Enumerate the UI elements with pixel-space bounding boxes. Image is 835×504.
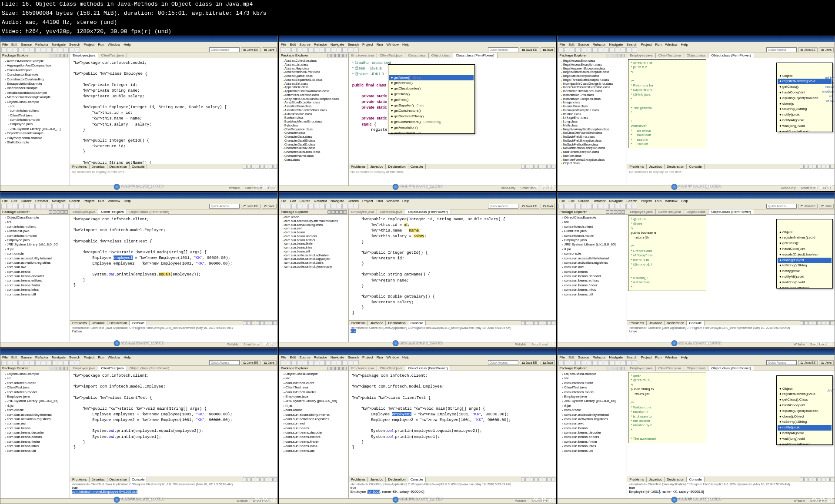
menu-run[interactable]: Run (98, 43, 104, 46)
class-entry[interactable]: Object.class (558, 162, 626, 166)
class-entry[interactable]: IncompatibleClassChangeError.class (558, 82, 626, 86)
toolbar-button[interactable] (570, 47, 575, 53)
tree-node[interactable]: JRE System Library [jdk1.8.0_65] (1, 242, 69, 247)
menu-help[interactable]: Help (402, 199, 409, 203)
toolbar-button[interactable] (52, 360, 57, 365)
class-entry[interactable]: Iterable.class (558, 113, 626, 116)
tree-node[interactable]: AggregationAndComposition (1, 63, 69, 68)
tree-node[interactable]: com.sun.awt (280, 421, 347, 426)
tab-problems[interactable]: Problems (70, 164, 90, 169)
toolbar-button[interactable] (291, 360, 297, 365)
class-entry[interactable]: InternalError.class (558, 105, 626, 109)
project-tree[interactable]: ObjectClassExamplesrccom.infotech.client… (558, 215, 627, 342)
perspective-javaee[interactable]: 🗀 Java EE (798, 204, 818, 209)
tab-problems[interactable]: Problems (627, 164, 647, 169)
link-editor-icon[interactable] (331, 210, 335, 214)
console-toolbar-button[interactable] (256, 477, 260, 481)
toolbar-button[interactable] (598, 47, 603, 53)
console-toolbar-button[interactable] (547, 165, 551, 169)
console-toolbar-button[interactable] (521, 321, 525, 325)
collapse-all-icon[interactable] (49, 54, 52, 57)
toolbar-button[interactable] (320, 360, 325, 365)
class-entry[interactable]: AbstractQueue.class (280, 74, 347, 78)
tree-node[interactable]: StaticExample (1, 140, 69, 145)
toolbar-button[interactable] (581, 47, 586, 53)
tab-problems[interactable]: Problems (627, 321, 647, 325)
tab-javadoc[interactable]: Javadoc (647, 321, 665, 325)
class-entry[interactable]: Integer.class (558, 101, 626, 105)
toolbar-button[interactable] (291, 204, 297, 209)
toolbar-button[interactable] (13, 360, 18, 365)
perspective-java[interactable]: 🗀 Java (541, 47, 555, 52)
tree-node[interactable]: Employee.java (558, 395, 626, 399)
console-toolbar-button[interactable] (534, 477, 538, 481)
perspective-javaee[interactable]: 🗀 Java EE (798, 47, 818, 52)
quick-access-input[interactable] (488, 204, 518, 209)
menu-project[interactable]: Project (84, 43, 94, 46)
toolbar-button[interactable] (303, 47, 308, 53)
editor-tab[interactable]: ClientTest.java (377, 366, 405, 371)
tree-node[interactable]: com.sun.activation.registries (558, 261, 626, 265)
toolbar-button[interactable] (58, 204, 63, 209)
menu-search[interactable]: Search (348, 355, 359, 359)
toolbar-button[interactable] (69, 204, 74, 209)
code-editor[interactable]: "kw">package com.infotech.client; "kw">i… (70, 215, 277, 320)
tree-node[interactable]: com.sun.beans (280, 426, 347, 431)
toolbar-button[interactable] (75, 47, 80, 53)
menu-edit[interactable]: Edit (568, 355, 574, 359)
tree-node[interactable]: com.sun.beans.finder (558, 440, 626, 444)
tree-node[interactable]: com.oracle (1, 252, 69, 256)
tree-node[interactable]: PolymorphismExample (1, 136, 69, 140)
editor-tab[interactable]: Class.class (405, 53, 428, 58)
link-editor-icon[interactable] (53, 367, 56, 370)
menu-window[interactable]: Window (386, 43, 398, 46)
console-toolbar-button[interactable] (521, 477, 525, 481)
toolbar-button[interactable] (58, 360, 63, 365)
package-explorer-tab[interactable]: Package Explorer (0, 209, 70, 215)
menu-window[interactable]: Window (665, 43, 677, 46)
tree-node[interactable]: com.sun.accessibility.internal (1, 256, 69, 261)
class-entry[interactable]: IllegalArgumentException.class (558, 67, 626, 71)
console-toolbar-button[interactable] (534, 165, 538, 169)
toolbar-button[interactable] (337, 360, 342, 365)
class-entry[interactable]: ArithmeticException.class (280, 93, 347, 97)
console-toolbar-button[interactable] (273, 321, 277, 325)
console-toolbar-button[interactable] (247, 165, 251, 169)
toolbar-button[interactable] (24, 204, 29, 209)
toolbar-button[interactable] (348, 47, 353, 53)
menu-run[interactable]: Run (98, 199, 104, 203)
console-toolbar-button[interactable] (525, 321, 529, 325)
perspective-java[interactable]: 🗀 Java (819, 360, 834, 365)
code-editor[interactable]: "kw">package com.infotech.client; "kw">i… (349, 371, 556, 477)
toolbar-button[interactable] (18, 47, 23, 53)
console-toolbar-button[interactable] (543, 477, 547, 481)
class-entry[interactable]: com.sun.beans (280, 231, 347, 235)
editor-tab[interactable]: Employee.java (70, 209, 98, 214)
tab-console[interactable]: Console (687, 164, 704, 169)
minimize-icon[interactable] (618, 210, 621, 214)
menu-search[interactable]: Search (348, 43, 359, 46)
code-editor[interactable]: * @return The * jls 15.8.2 */ /** * Retu… (627, 58, 835, 164)
menu-project[interactable]: Project (362, 355, 373, 359)
autocomplete-item[interactable]: ● toString():String (778, 419, 832, 425)
console-toolbar-button[interactable] (530, 165, 534, 169)
class-entry[interactable]: AssertionError.class (280, 105, 347, 109)
toolbar-button[interactable] (308, 360, 314, 365)
toolbar-button[interactable] (354, 204, 359, 209)
tree-node[interactable]: ObjectClassExample (280, 372, 347, 376)
toolbar-button[interactable] (280, 204, 285, 209)
toolbar-button[interactable] (320, 204, 325, 209)
code-editor[interactable]: "kw">package com.infotech.model; "kw">pu… (70, 58, 277, 164)
toolbar-button[interactable] (30, 360, 35, 365)
tree-node[interactable]: Employee.java (280, 395, 347, 399)
menu-refactor[interactable]: Refactor (314, 43, 327, 46)
toolbar-button[interactable] (308, 47, 314, 53)
tree-node[interactable]: Employee.java (558, 238, 626, 242)
toolbar-button[interactable] (75, 360, 80, 365)
tree-node[interactable]: src (280, 376, 347, 381)
package-explorer-tab[interactable]: Package Explorer (0, 366, 70, 371)
console-toolbar-button[interactable] (264, 165, 268, 169)
toolbar-button[interactable] (286, 204, 291, 209)
toolbar-button[interactable] (69, 360, 74, 365)
menu-help[interactable]: Help (402, 43, 409, 46)
